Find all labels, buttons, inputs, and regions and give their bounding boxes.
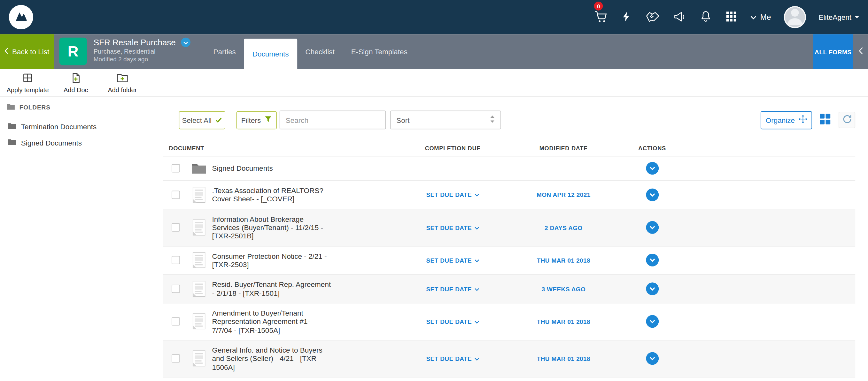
search-input[interactable] <box>280 110 386 129</box>
document-name[interactable]: Amendment to Buyer/Tenant Representation… <box>212 309 331 335</box>
row-checkbox[interactable] <box>172 164 180 172</box>
modified-date[interactable]: THU MAR 01 2018 <box>508 257 619 264</box>
set-due-date-button[interactable]: SET DUE DATE <box>426 224 480 231</box>
person-silhouette-icon <box>785 6 805 27</box>
document-name[interactable]: Information About Brokerage Services (Bu… <box>212 215 331 240</box>
modified-date[interactable]: 3 WEEKS AGO <box>508 286 619 292</box>
apply-template-button[interactable]: Apply template <box>2 72 53 93</box>
select-all-label: Select All <box>182 116 212 124</box>
row-actions-button[interactable] <box>646 221 659 234</box>
modified-date[interactable]: MON APR 12 2021 <box>508 192 619 198</box>
document-name[interactable]: Consumer Protection Notice - 2/21 - [TXR… <box>212 252 331 269</box>
row-actions-button[interactable] <box>646 188 659 201</box>
modified-date[interactable]: THU MAR 01 2018 <box>508 355 619 362</box>
set-due-date-button[interactable]: SET DUE DATE <box>426 257 480 264</box>
sort-select[interactable]: Sort <box>390 110 501 129</box>
chevron-left-icon <box>4 47 8 56</box>
lightning-icon <box>621 9 633 25</box>
row-actions-button[interactable] <box>646 282 659 295</box>
folders-sidebar: FOLDERS Termination Documents Signed Doc… <box>0 97 163 147</box>
template-grid-icon <box>22 72 33 85</box>
row-actions-button[interactable] <box>646 162 659 175</box>
add-folder-button[interactable]: Add folder <box>98 72 146 93</box>
row-checkbox[interactable] <box>172 256 180 265</box>
set-due-date-button[interactable]: SET DUE DATE <box>426 318 480 325</box>
set-due-date-button[interactable]: SET DUE DATE <box>426 355 480 362</box>
chevron-down-icon <box>474 318 480 325</box>
all-forms-button[interactable]: ALL FORMS <box>813 34 853 69</box>
folders-header: FOLDERS <box>7 103 163 111</box>
document-name[interactable]: General Info. and Notice to Buyers and S… <box>212 346 331 372</box>
filters-button[interactable]: Filters <box>237 111 277 129</box>
folder-icon <box>8 123 16 131</box>
chevron-down-icon <box>649 164 655 172</box>
brand-logo[interactable] <box>9 5 33 29</box>
chevron-down-icon <box>649 223 655 232</box>
topbar-actions: 0 <box>594 6 859 28</box>
grid-view-toggle-button[interactable] <box>819 113 831 127</box>
account-menu[interactable]: EliteAgent <box>818 13 859 22</box>
document-thumbnail-icon <box>185 187 212 203</box>
table-row: Consumer Protection Notice - 2/21 - [TXR… <box>163 246 855 275</box>
row-checkbox[interactable] <box>172 223 180 232</box>
chevron-down-icon <box>474 257 480 264</box>
set-due-date-button[interactable]: SET DUE DATE <box>426 192 480 198</box>
document-name[interactable]: Signed Documents <box>212 164 331 173</box>
apps-menu-button[interactable] <box>725 10 738 24</box>
quick-actions-button[interactable] <box>621 9 633 25</box>
refresh-button[interactable] <box>839 112 855 128</box>
row-checkbox[interactable] <box>172 354 180 363</box>
select-all-button[interactable]: Select All <box>179 111 225 129</box>
set-due-date-label: SET DUE DATE <box>426 257 472 264</box>
back-to-list-button[interactable]: Back to List <box>0 34 54 69</box>
panel-collapse-button[interactable] <box>853 34 868 69</box>
add-folder-icon <box>116 72 128 85</box>
row-checkbox[interactable] <box>172 285 180 293</box>
row-actions-button[interactable] <box>646 315 659 328</box>
set-due-date-button[interactable]: SET DUE DATE <box>426 286 480 292</box>
modified-date[interactable]: 2 DAYS AGO <box>508 224 619 231</box>
notifications-button[interactable] <box>699 9 713 25</box>
row-actions-button[interactable] <box>646 254 659 267</box>
tab-esign-templates[interactable]: E-Sign Templates <box>343 34 416 69</box>
sidebar-folder-termination-documents[interactable]: Termination Documents <box>7 123 163 131</box>
table-row: Signed Documents <box>163 157 855 181</box>
tab-checklist[interactable]: Checklist <box>297 34 343 69</box>
apps-grid-icon <box>725 10 738 24</box>
set-due-date-label: SET DUE DATE <box>426 192 472 198</box>
sidebar-folder-label: Termination Documents <box>21 123 97 131</box>
list-controls: Select All Filters Sort <box>163 110 855 129</box>
organize-label: Organize <box>766 116 795 124</box>
chevron-down-icon <box>474 286 480 292</box>
user-avatar[interactable] <box>784 6 806 28</box>
organize-button[interactable]: Organize <box>761 111 812 129</box>
add-doc-label: Add Doc <box>64 86 88 93</box>
row-checkbox[interactable] <box>172 317 180 326</box>
set-due-date-label: SET DUE DATE <box>426 286 472 292</box>
documents-content: Select All Filters Sort <box>163 97 855 378</box>
announcements-button[interactable] <box>673 9 687 25</box>
tab-documents[interactable]: Documents <box>244 39 297 69</box>
me-menu[interactable]: Me <box>750 13 771 22</box>
row-checkbox[interactable] <box>172 190 180 199</box>
filter-funnel-icon <box>265 115 272 125</box>
sidebar-folder-signed-documents[interactable]: Signed Documents <box>7 139 163 147</box>
filters-label: Filters <box>241 116 261 124</box>
add-doc-button[interactable]: Add Doc <box>53 72 98 93</box>
document-name[interactable]: .Texas Association of REALTORS? Cover Sh… <box>212 186 331 203</box>
chevron-down-icon <box>474 192 480 198</box>
partners-button[interactable] <box>646 9 660 25</box>
chevron-left-icon <box>859 47 863 56</box>
tab-parties[interactable]: Parties <box>205 34 244 69</box>
row-actions-button[interactable] <box>646 352 659 365</box>
modified-date[interactable]: THU MAR 01 2018 <box>508 318 619 325</box>
document-name[interactable]: Resid. Buyer/Tenant Rep. Agreement - 2/1… <box>212 280 331 298</box>
document-thumbnail-icon <box>185 314 212 330</box>
chevron-down-icon <box>649 354 655 363</box>
column-header-document: DOCUMENT <box>169 145 331 151</box>
folder-icon <box>7 103 15 111</box>
chevron-down-icon <box>183 38 189 46</box>
account-label: EliteAgent <box>818 13 851 22</box>
transaction-menu-button[interactable] <box>181 38 190 47</box>
cart-button[interactable]: 0 <box>594 9 608 25</box>
